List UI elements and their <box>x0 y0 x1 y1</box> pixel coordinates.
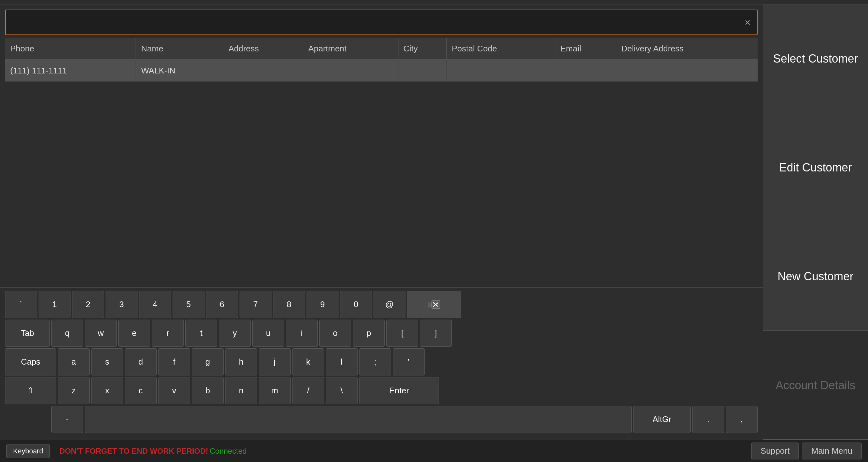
key-l[interactable]: l <box>326 348 358 375</box>
key-d[interactable]: d <box>125 348 157 375</box>
key-bracket-open[interactable]: [ <box>386 320 418 347</box>
main-menu-button[interactable]: Main Menu <box>802 442 862 459</box>
key-backspace[interactable] <box>407 291 461 318</box>
cell-name: WALK-IN <box>136 60 223 82</box>
key-r[interactable]: r <box>152 320 184 347</box>
col-delivery-address: Delivery Address <box>616 38 757 60</box>
key-8[interactable]: 8 <box>273 291 305 318</box>
edit-customer-button[interactable]: Edit Customer <box>763 113 868 222</box>
warning-message: DON'T FORGET TO END WORK PERIOD! Connect… <box>59 447 247 456</box>
key-x[interactable]: x <box>91 377 123 404</box>
key-1[interactable]: 1 <box>39 291 70 318</box>
col-address: Address <box>223 38 303 60</box>
key-bracket-close[interactable]: ] <box>420 320 452 347</box>
cell-address <box>223 60 303 82</box>
col-postal-code: Postal Code <box>446 38 555 60</box>
key-a[interactable]: a <box>58 348 90 375</box>
main-area: × Phone Name Address Apartment City Post… <box>0 4 868 440</box>
key-shift[interactable]: ⇧ <box>5 377 56 404</box>
col-city: City <box>398 38 446 60</box>
key-space[interactable] <box>85 406 631 433</box>
top-bar <box>0 0 868 4</box>
key-0[interactable]: 0 <box>340 291 372 318</box>
customer-table: Phone Name Address Apartment City Postal… <box>5 38 757 82</box>
key-n[interactable]: n <box>225 377 257 404</box>
bottom-left: Keyboard DON'T FORGET TO END WORK PERIOD… <box>6 444 247 458</box>
key-dash[interactable]: - <box>51 406 83 433</box>
key-backtick[interactable]: ` <box>5 291 37 318</box>
keyboard-row-numbers: ` 1 2 3 4 5 6 7 8 9 0 @ <box>5 291 757 318</box>
svg-marker-1 <box>428 301 431 308</box>
key-3[interactable]: 3 <box>105 291 137 318</box>
key-w[interactable]: w <box>85 320 117 347</box>
bottom-right: Support Main Menu <box>751 442 862 459</box>
select-customer-button[interactable]: Select Customer <box>763 4 868 113</box>
key-k[interactable]: k <box>292 348 324 375</box>
key-2[interactable]: 2 <box>72 291 104 318</box>
search-clear-button[interactable]: × <box>742 16 753 29</box>
key-t[interactable]: t <box>185 320 217 347</box>
key-comma[interactable]: , <box>726 406 757 433</box>
search-bar: × <box>5 9 757 35</box>
key-u[interactable]: u <box>252 320 284 347</box>
key-i[interactable]: i <box>286 320 318 347</box>
key-period[interactable]: . <box>692 406 724 433</box>
key-9[interactable]: 9 <box>307 291 338 318</box>
key-bottom-left-empty <box>5 406 50 433</box>
key-j[interactable]: j <box>259 348 290 375</box>
key-z[interactable]: z <box>58 377 90 404</box>
cell-delivery-address <box>616 60 757 82</box>
key-o[interactable]: o <box>319 320 351 347</box>
key-c[interactable]: c <box>125 377 157 404</box>
key-f[interactable]: f <box>158 348 190 375</box>
keyboard-toggle-button[interactable]: Keyboard <box>6 444 50 458</box>
key-caps[interactable]: Caps <box>5 348 56 375</box>
search-input[interactable] <box>9 17 742 27</box>
cell-city <box>398 60 446 82</box>
col-name: Name <box>136 38 223 60</box>
col-phone: Phone <box>5 38 136 60</box>
key-tab[interactable]: Tab <box>5 320 50 347</box>
key-5[interactable]: 5 <box>173 291 205 318</box>
key-y[interactable]: y <box>219 320 251 347</box>
key-enter[interactable]: Enter <box>359 377 439 404</box>
keyboard-row-qwerty: Tab q w e r t y u i o p [ ] <box>5 320 757 347</box>
support-button[interactable]: Support <box>751 442 799 459</box>
new-customer-button[interactable]: New Customer <box>763 222 868 331</box>
key-v[interactable]: v <box>158 377 190 404</box>
key-q[interactable]: q <box>51 320 83 347</box>
key-h[interactable]: h <box>225 348 257 375</box>
warning-text: DON'T FORGET TO END WORK PERIOD! <box>59 447 208 455</box>
key-quote[interactable]: ' <box>393 348 425 375</box>
keyboard-row-asdf: Caps a s d f g h j k l ; ' <box>5 348 757 375</box>
key-at[interactable]: @ <box>374 291 405 318</box>
key-altgr[interactable]: AltGr <box>633 406 691 433</box>
table-container: Phone Name Address Apartment City Postal… <box>5 38 757 287</box>
key-m[interactable]: m <box>259 377 290 404</box>
cell-apartment <box>303 60 398 82</box>
cell-email <box>555 60 616 82</box>
key-s[interactable]: s <box>91 348 123 375</box>
connected-text: Connected <box>210 447 247 455</box>
key-4[interactable]: 4 <box>139 291 171 318</box>
keyboard-container: ` 1 2 3 4 5 6 7 8 9 0 @ <box>0 287 763 440</box>
account-details-button[interactable]: Account Details <box>763 331 868 440</box>
key-7[interactable]: 7 <box>240 291 272 318</box>
bottom-bar: Keyboard DON'T FORGET TO END WORK PERIOD… <box>0 440 868 462</box>
cell-postal-code <box>446 60 555 82</box>
keyboard-row-zxcv: ⇧ z x c v b n m / \ Enter <box>5 377 757 404</box>
table-scroll-area[interactable]: Phone Name Address Apartment City Postal… <box>5 38 757 82</box>
key-g[interactable]: g <box>192 348 224 375</box>
key-b[interactable]: b <box>192 377 224 404</box>
key-e[interactable]: e <box>118 320 150 347</box>
table-row[interactable]: (111) 111-1111WALK-IN <box>5 60 757 82</box>
key-6[interactable]: 6 <box>206 291 238 318</box>
col-apartment: Apartment <box>303 38 398 60</box>
cell-phone: (111) 111-1111 <box>5 60 136 82</box>
left-panel: × Phone Name Address Apartment City Post… <box>0 4 763 440</box>
key-backslash[interactable]: \ <box>326 377 358 404</box>
key-p[interactable]: p <box>353 320 385 347</box>
key-slash[interactable]: / <box>292 377 324 404</box>
key-semicolon[interactable]: ; <box>359 348 391 375</box>
keyboard-row-bottom: - AltGr . , <box>5 406 757 433</box>
